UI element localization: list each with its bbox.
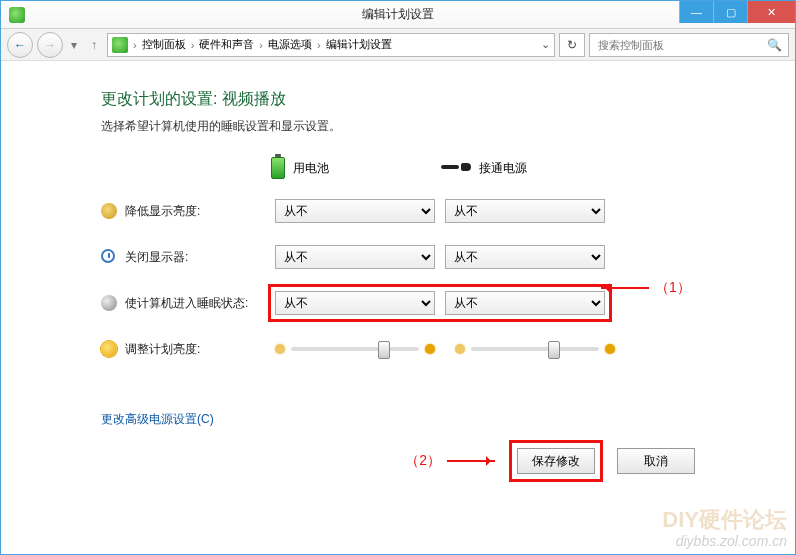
chevron-right-icon: › [256,39,266,51]
back-button[interactable]: ← [7,32,33,58]
search-icon[interactable]: 🔍 [767,38,782,52]
sun-dim-icon [275,344,285,354]
row-turn-off-display: 关闭显示器: 从不 从不 [101,243,715,271]
off-battery-select[interactable]: 从不 [275,245,435,269]
sun-bright-icon [605,344,615,354]
annotation-2: （2） [405,452,495,470]
row-label: 调整计划亮度: [125,341,275,358]
close-button[interactable]: ✕ [747,1,795,23]
brightness-ac-group [455,344,615,354]
advanced-settings-link[interactable]: 更改高级电源设置(C) [101,411,214,428]
column-headers: 用电池 接通电源 [271,157,715,179]
chevron-right-icon: › [130,39,140,51]
dim-ac-select[interactable]: 从不 [445,199,605,223]
clock-icon [101,249,117,265]
titlebar: 编辑计划设置 — ▢ ✕ [1,1,795,29]
page-title: 更改计划的设置: 视频播放 [101,89,715,110]
dim-icon [101,203,117,219]
dim-battery-select[interactable]: 从不 [275,199,435,223]
row-label: 使计算机进入睡眠状态: [125,295,275,312]
sun-icon [101,341,117,357]
sun-bright-icon [425,344,435,354]
arrow-right-icon: → [44,38,56,52]
search-box[interactable]: 🔍 [589,33,789,57]
window-buttons: — ▢ ✕ [679,1,795,23]
footer: （2） 保存修改 取消 [405,440,695,482]
forward-button[interactable]: → [37,32,63,58]
watermark-line2: diybbs.zol.com.cn [662,533,787,550]
arrow-right-icon [447,460,495,462]
annotation-2-label: （2） [405,452,441,470]
plug-icon [441,161,471,175]
annotation-1: （1） [601,279,691,297]
page-subtitle: 选择希望计算机使用的睡眠设置和显示设置。 [101,118,715,135]
highlight-annotation-1: 从不 从不 [268,284,612,322]
control-panel-icon [112,37,128,53]
row-label: 关闭显示器: [125,249,275,266]
maximize-button[interactable]: ▢ [713,1,747,23]
breadcrumb-item[interactable]: 电源选项 [268,37,312,52]
chevron-right-icon: › [188,39,198,51]
column-battery-label: 用电池 [293,160,329,177]
row-label: 降低显示亮度: [125,203,275,220]
up-button[interactable]: ↑ [85,38,103,52]
row-dim-display: 降低显示亮度: 从不 从不 [101,197,715,225]
column-ac-label: 接通电源 [479,160,527,177]
brightness-battery-group [275,344,435,354]
app-icon [9,7,25,23]
window-title: 编辑计划设置 [362,6,434,23]
breadcrumb[interactable]: › 控制面板 › 硬件和声音 › 电源选项 › 编辑计划设置 ⌄ [107,33,555,57]
refresh-icon: ↻ [567,38,577,52]
highlight-annotation-2: 保存修改 [509,440,603,482]
watermark-line1: DIY硬件论坛 [662,507,787,533]
brightness-ac-slider[interactable] [471,347,599,351]
brightness-battery-slider[interactable] [291,347,419,351]
refresh-button[interactable]: ↻ [559,33,585,57]
sleep-icon [101,295,117,311]
chevron-down-icon[interactable]: ⌄ [541,38,550,51]
off-ac-select[interactable]: 从不 [445,245,605,269]
content: 更改计划的设置: 视频播放 选择希望计算机使用的睡眠设置和显示设置。 用电池 接… [1,61,795,428]
arrow-left-icon [601,287,649,289]
watermark: DIY硬件论坛 diybbs.zol.com.cn [662,507,787,550]
battery-icon [271,157,285,179]
minimize-button[interactable]: — [679,1,713,23]
breadcrumb-item[interactable]: 控制面板 [142,37,186,52]
navbar: ← → ▾ ↑ › 控制面板 › 硬件和声音 › 电源选项 › 编辑计划设置 ⌄… [1,29,795,61]
sleep-battery-select[interactable]: 从不 [275,291,435,315]
breadcrumb-item[interactable]: 硬件和声音 [199,37,254,52]
annotation-1-label: （1） [655,279,691,297]
chevron-down-icon[interactable]: ▾ [67,38,81,52]
sun-dim-icon [455,344,465,354]
sleep-ac-select[interactable]: 从不 [445,291,605,315]
chevron-right-icon: › [314,39,324,51]
cancel-button[interactable]: 取消 [617,448,695,474]
save-button[interactable]: 保存修改 [517,448,595,474]
search-input[interactable] [596,38,756,52]
row-brightness: 调整计划亮度: [101,335,715,363]
arrow-left-icon: ← [14,38,26,52]
breadcrumb-item[interactable]: 编辑计划设置 [326,37,392,52]
